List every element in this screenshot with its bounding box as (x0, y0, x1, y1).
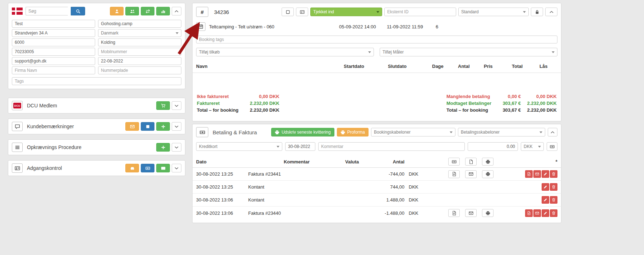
birthdate-field[interactable] (98, 57, 181, 65)
mobile-field[interactable] (98, 48, 181, 56)
dcu-shop-button[interactable] (156, 101, 170, 110)
name-field[interactable] (12, 20, 95, 28)
column-header: Antal (374, 159, 404, 164)
invoice-pdf-button[interactable] (448, 209, 460, 217)
external-id-input[interactable] (384, 8, 456, 16)
pdf-file-icon (527, 211, 531, 215)
status-select[interactable]: Tjekket ind (310, 8, 382, 16)
payment-comment-input[interactable] (318, 142, 465, 151)
city-field[interactable] (98, 38, 181, 46)
booking-tags-input[interactable] (196, 36, 557, 43)
register-payment-button[interactable] (547, 142, 557, 151)
print-receipt-button[interactable]: Udskriv seneste kvittering (271, 128, 334, 136)
site-field[interactable] (98, 20, 181, 28)
credit-card-icon (161, 166, 166, 171)
payments-table-header: Dato Kommentar Valuta Antal * (193, 156, 561, 168)
billing-expand-button[interactable] (172, 143, 181, 152)
checkbox-outline-icon (286, 10, 290, 14)
payment-comment: Kontant (248, 197, 345, 203)
credit-pdf-button[interactable] (525, 170, 533, 178)
access-cash-button[interactable] (141, 164, 154, 172)
invoice-print-button[interactable] (482, 209, 494, 217)
payment-currency-select[interactable]: DKK (521, 142, 544, 151)
edit-payment-button[interactable] (542, 183, 549, 191)
payment-comment: Faktura #23440 (248, 210, 345, 216)
search-button[interactable] (71, 7, 85, 15)
address-field[interactable] (12, 29, 95, 37)
phone-field[interactable] (12, 48, 95, 56)
access-vehicle-button[interactable] (125, 164, 139, 172)
guests-button[interactable] (125, 7, 139, 15)
print-all-button[interactable] (482, 158, 494, 166)
booking-number-icon: # (196, 7, 208, 17)
payment-date-input[interactable] (285, 142, 315, 151)
notes-mail-button[interactable] (125, 122, 139, 131)
dropdown-caret-icon (552, 51, 555, 53)
customer-button[interactable] (110, 7, 124, 15)
dropdown-caret-icon (523, 11, 526, 13)
collapse-payments-button[interactable] (548, 128, 557, 136)
delete-payment-button[interactable] (550, 209, 557, 217)
delete-payment-button[interactable] (550, 183, 557, 191)
billing-add-button[interactable] (156, 143, 170, 152)
credit-pdf-button[interactable] (525, 209, 533, 217)
notes-add-button[interactable] (156, 122, 170, 131)
notes-expand-button[interactable] (172, 122, 181, 131)
search-input[interactable] (26, 7, 68, 15)
invoice-print-button[interactable] (482, 170, 494, 178)
delete-payment-button[interactable] (550, 170, 557, 178)
booking-item-row[interactable]: Teltcamping - Telt u/strøm - 060 05-09-2… (196, 21, 557, 32)
calendar-button[interactable] (196, 22, 205, 31)
edit-payment-button[interactable] (542, 196, 549, 204)
notes-board-button[interactable] (141, 122, 154, 131)
invoice-mail-button[interactable] (465, 170, 477, 178)
payment-amount-input[interactable] (468, 142, 518, 151)
banknote-icon (550, 144, 555, 149)
edit-payment-button[interactable] (542, 209, 549, 217)
booking-templates-select[interactable]: Bookingskabeloner (371, 128, 455, 136)
transfer-button[interactable] (141, 7, 154, 15)
credit-mail-button[interactable] (533, 170, 541, 178)
invoice-mail-button[interactable] (465, 209, 477, 217)
template-select-value: Standard (461, 9, 479, 14)
payment-amount: 744,00 (374, 184, 404, 190)
payment-row: 30-08-2022 13:25 Kontant 744,00 DKK (193, 181, 561, 194)
statistics-button[interactable] (156, 7, 170, 15)
booking-select-button[interactable] (282, 8, 294, 16)
summary-dkk-value: 2.232,00 DKK (521, 101, 557, 106)
add-meter-select[interactable]: Tilføj Måler (380, 48, 557, 56)
booking-system-page: Danmark DCU DCU Medlem (0, 0, 644, 255)
pdf-file-icon (452, 172, 457, 176)
guest-card-button[interactable] (296, 8, 308, 16)
footnote-asterisk: * (524, 159, 557, 164)
preview-all-button[interactable] (448, 158, 460, 166)
dcu-expand-button[interactable] (172, 101, 181, 110)
access-card-button[interactable] (156, 164, 170, 172)
company-field[interactable] (12, 66, 95, 74)
invoice-pdf-button[interactable] (448, 170, 460, 178)
danish-flag-icon (12, 8, 23, 15)
printer-icon (486, 159, 490, 164)
template-select[interactable]: Standard (458, 8, 529, 16)
payment-templates-select[interactable]: Betalingsskabeloner (458, 128, 545, 136)
collapse-booking-button[interactable] (545, 8, 557, 16)
zip-field[interactable] (12, 38, 95, 46)
email-field[interactable] (12, 57, 95, 65)
summary-dkk-value: 0,00 DKK (521, 94, 557, 99)
tags-field[interactable] (12, 77, 181, 85)
collapse-customer-button[interactable] (172, 7, 181, 15)
section-title: DCU Medlem (27, 103, 57, 108)
proforma-label: Proforma (347, 130, 365, 135)
country-select[interactable]: Danmark (98, 29, 181, 37)
edit-payment-button[interactable] (542, 170, 549, 178)
document-all-button[interactable] (465, 158, 477, 166)
plate-field[interactable] (98, 66, 181, 74)
access-expand-button[interactable] (172, 164, 181, 172)
lock-button[interactable] (531, 8, 543, 16)
add-addon-select[interactable]: Tilføj tilkøb (196, 48, 374, 56)
proforma-button[interactable]: Proforma (337, 128, 369, 136)
delete-payment-button[interactable] (550, 196, 557, 204)
credit-mail-button[interactable] (533, 209, 541, 217)
payment-method-select[interactable]: Kreditkort (196, 142, 282, 151)
dropdown-caret-icon (376, 11, 379, 13)
